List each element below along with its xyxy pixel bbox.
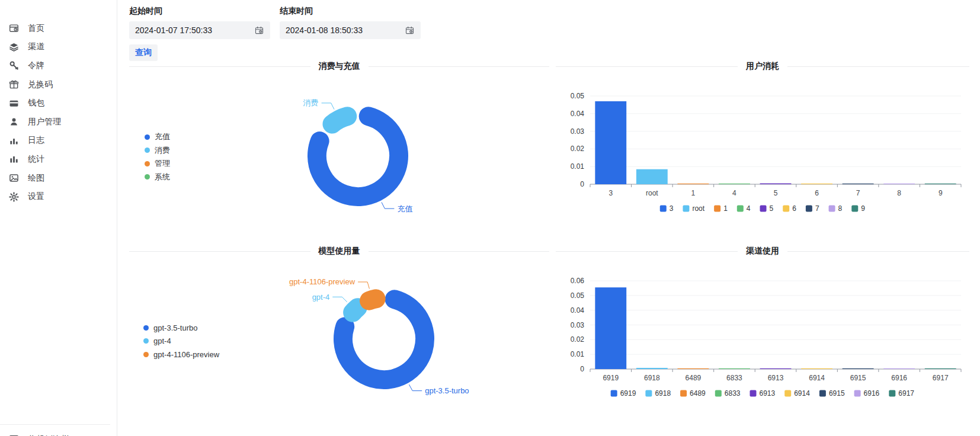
- bar-7[interactable]: [843, 184, 874, 184]
- legend-item-消费[interactable]: 消费: [145, 144, 170, 158]
- pie-slice-gpt-4[interactable]: [353, 307, 358, 313]
- bar-8[interactable]: [883, 184, 915, 184]
- chart-card-consumption-recharge: 充值消费 消费与充值 充值消费管理系统: [129, 58, 549, 243]
- collapse-sidebar-button[interactable]: 收起侧边栏: [0, 424, 110, 436]
- legend-swatch: [784, 390, 791, 397]
- bar-6914[interactable]: [801, 368, 832, 369]
- legend-label: 4: [747, 204, 751, 213]
- legend-item-管理[interactable]: 管理: [145, 157, 170, 171]
- legend-item-root[interactable]: root: [683, 204, 704, 213]
- end-time-input[interactable]: [280, 21, 421, 39]
- pie-slice-消费[interactable]: [332, 116, 347, 124]
- calendar-icon[interactable]: [254, 25, 264, 36]
- legend-item-9[interactable]: 9: [851, 204, 865, 213]
- legend-item-6913[interactable]: 6913: [750, 389, 775, 397]
- x-axis-category-label: 6913: [768, 374, 784, 382]
- pie-legend: gpt-3.5-turbogpt-4gpt-4-1106-preview: [143, 321, 219, 361]
- pie-slice-label: gpt-3.5-turbo: [425, 386, 469, 395]
- x-axis-category-label: 7: [856, 189, 860, 197]
- legend-swatch: [783, 206, 789, 212]
- sidebar-item-label: 设置: [28, 191, 44, 202]
- legend-item-6914[interactable]: 6914: [784, 389, 810, 397]
- legend-item-gpt-4[interactable]: gpt-4: [143, 335, 219, 348]
- bar-6833[interactable]: [719, 368, 750, 369]
- legend-label: 消费: [155, 145, 170, 156]
- sidebar-item-logs[interactable]: 日志: [0, 132, 117, 150]
- legend-label: 6: [792, 204, 796, 213]
- sidebar-item-home[interactable]: 首页: [0, 19, 117, 38]
- legend-item-6833[interactable]: 6833: [715, 389, 741, 397]
- sidebar-item-drawing[interactable]: 绘图: [0, 169, 117, 188]
- legend-item-3[interactable]: 3: [660, 204, 674, 213]
- sidebar-item-channels[interactable]: 渠道: [0, 38, 117, 57]
- legend-item-6915[interactable]: 6915: [819, 389, 845, 397]
- y-axis-tick-label: 0.01: [571, 350, 585, 358]
- legend-dot: [145, 148, 150, 153]
- y-axis-tick-label: 0.04: [571, 110, 585, 118]
- legend-item-6916[interactable]: 6916: [854, 389, 880, 397]
- y-axis-tick-label: 0.04: [571, 306, 585, 315]
- bar-6919[interactable]: [595, 287, 626, 369]
- pie-chart-consumption-recharge: 充值消费: [129, 58, 549, 243]
- wallet-icon: [8, 98, 19, 108]
- bar-6913[interactable]: [760, 368, 792, 369]
- legend-item-6919[interactable]: 6919: [611, 389, 636, 397]
- legend-item-6918[interactable]: 6918: [645, 389, 671, 397]
- bar-4[interactable]: [719, 184, 750, 184]
- sidebar-item-redemptions[interactable]: 兑换码: [0, 75, 117, 94]
- bar-6[interactable]: [801, 184, 832, 184]
- sidebar-item-stats[interactable]: 统计: [0, 150, 117, 169]
- layers-icon: [8, 42, 19, 52]
- pie-slice-gpt-4-1106-preview[interactable]: [369, 299, 376, 300]
- key-icon: [8, 60, 19, 70]
- sidebar-item-settings[interactable]: 设置: [0, 187, 117, 206]
- legend-item-充值[interactable]: 充值: [145, 130, 170, 144]
- legend-label: 9: [861, 204, 865, 213]
- legend-label: gpt-4: [153, 336, 171, 345]
- sidebar-item-tokens[interactable]: 令牌: [0, 56, 117, 75]
- legend-item-7[interactable]: 7: [806, 204, 819, 213]
- sidebar-item-label: 渠道: [28, 41, 44, 52]
- sidebar-item-users[interactable]: 用户管理: [0, 113, 117, 132]
- legend-item-6917[interactable]: 6917: [889, 389, 914, 397]
- bar-6489[interactable]: [677, 368, 709, 369]
- logs-chart-icon: [8, 136, 19, 146]
- bar-6915[interactable]: [843, 368, 874, 369]
- legend-item-1[interactable]: 1: [714, 204, 728, 213]
- bar-5[interactable]: [760, 184, 792, 184]
- legend-label: root: [692, 204, 704, 213]
- end-time-value[interactable]: [286, 25, 404, 35]
- pie-slice-label: gpt-4-1106-preview: [289, 277, 356, 286]
- legend-label: 系统: [155, 172, 170, 182]
- legend-item-gpt-4-1106-preview[interactable]: gpt-4-1106-preview: [143, 348, 219, 361]
- legend-item-系统[interactable]: 系统: [145, 171, 170, 184]
- legend-item-gpt-3.5-turbo[interactable]: gpt-3.5-turbo: [143, 321, 219, 335]
- legend-swatch: [750, 390, 756, 397]
- bar-3[interactable]: [595, 101, 626, 184]
- user-icon: [8, 117, 19, 127]
- legend-item-6[interactable]: 6: [783, 204, 796, 213]
- bar-root[interactable]: [636, 169, 668, 184]
- legend-swatch: [851, 206, 858, 212]
- chart-title-model-usage: 模型使用量: [319, 246, 360, 257]
- legend-label: 充值: [155, 132, 170, 142]
- sidebar-item-label: 用户管理: [28, 117, 61, 127]
- gift-icon: [8, 79, 19, 89]
- legend-item-6489[interactable]: 6489: [680, 389, 706, 397]
- legend-item-8[interactable]: 8: [829, 204, 843, 213]
- sidebar-item-wallet[interactable]: 钱包: [0, 94, 117, 113]
- legend-label: 3: [670, 204, 674, 213]
- start-time-input[interactable]: [129, 21, 270, 39]
- bar-6918[interactable]: [636, 368, 668, 369]
- start-time-value[interactable]: [135, 25, 254, 35]
- calendar-icon[interactable]: [404, 25, 415, 36]
- bar-1[interactable]: [677, 184, 709, 184]
- legend-label: 6919: [620, 389, 636, 397]
- legend-item-5[interactable]: 5: [760, 204, 774, 213]
- bar-6917[interactable]: [925, 368, 956, 369]
- x-axis-category-label: 6489: [686, 374, 702, 382]
- bar-6916[interactable]: [883, 368, 915, 369]
- sidebar: 首页渠道令牌兑换码钱包用户管理日志统计绘图设置 收起侧边栏: [0, 0, 117, 436]
- bar-9[interactable]: [925, 184, 956, 184]
- legend-item-4[interactable]: 4: [737, 204, 751, 213]
